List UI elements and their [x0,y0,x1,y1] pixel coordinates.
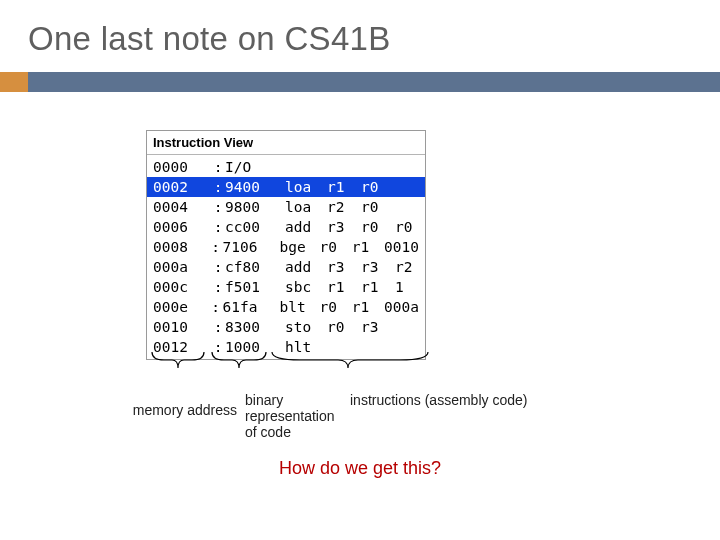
instruction-row: 000c : f501sbcr1r11 [147,277,425,297]
slide-title: One last note on CS41B [0,20,720,58]
arg1-cell: r0 [327,317,361,337]
arg2-cell: r1 [352,237,384,257]
separator-cell: : [205,177,225,197]
instruction-row: 0000 : I/O [147,157,425,177]
instruction-row: 0008 : 7106bger0r10010 [147,237,425,257]
arg2-cell: r3 [361,317,395,337]
instruction-row: 000a : cf80addr3r3r2 [147,257,425,277]
arg1-cell: r1 [327,177,361,197]
arg2-cell [361,157,395,177]
arg1-cell: r0 [319,237,351,257]
instruction-row: 000e : 61fabltr0r1000a [147,297,425,317]
label-memory-address: memory address [117,402,237,418]
mnemonic-cell: loa [285,177,327,197]
hex-cell: 9400 [225,177,285,197]
memory-address-cell: 0006 [153,217,205,237]
divider [0,72,720,92]
divider-accent [0,72,28,92]
arg2-cell: r0 [361,177,395,197]
slide: One last note on CS41B Instruction View … [0,0,720,540]
instruction-row: 0004 : 9800loar2r0 [147,197,425,217]
hex-cell: 7106 [222,237,279,257]
instruction-list: 0000 : I/O0002 : 9400loar1r00004 : 9800l… [147,155,425,359]
arg3-cell: 000a [384,297,419,317]
separator-cell: : [205,257,225,277]
separator-cell: : [205,217,225,237]
arg2-cell: r1 [352,297,384,317]
arg1-cell: r3 [327,257,361,277]
mnemonic-cell: sto [285,317,327,337]
memory-address-cell: 000e [153,297,202,317]
arg2-cell: r1 [361,277,395,297]
hex-cell: 8300 [225,317,285,337]
separator-cell: : [205,317,225,337]
arg3-cell: r0 [395,217,412,237]
arg1-cell: r1 [327,277,361,297]
memory-address-cell: 0008 [153,237,202,257]
arg1-cell: r2 [327,197,361,217]
divider-bar [28,72,720,92]
instruction-view-panel: Instruction View 0000 : I/O0002 : 9400lo… [146,130,426,360]
question-text: How do we get this? [0,458,720,479]
separator-cell: : [202,237,222,257]
separator-cell: : [205,277,225,297]
separator-cell: : [205,157,225,177]
mnemonic-cell [285,157,327,177]
column-braces [150,348,430,378]
memory-address-cell: 0002 [153,177,205,197]
label-instructions: instructions (assembly code) [350,392,550,408]
memory-address-cell: 000c [153,277,205,297]
arg1-cell: r0 [319,297,351,317]
mnemonic-cell: loa [285,197,327,217]
instruction-row: 0006 : cc00addr3r0r0 [147,217,425,237]
mnemonic-cell: add [285,217,327,237]
arg2-cell: r0 [361,217,395,237]
arg2-cell: r3 [361,257,395,277]
memory-address-cell: 0004 [153,197,205,217]
panel-header: Instruction View [147,131,425,155]
memory-address-cell: 0000 [153,157,205,177]
separator-cell: : [202,297,222,317]
mnemonic-cell: add [285,257,327,277]
mnemonic-cell: sbc [285,277,327,297]
label-binary-representation: binary representation of code [245,392,345,440]
hex-cell: 9800 [225,197,285,217]
instruction-row: 0002 : 9400loar1r0 [147,177,425,197]
arg3-cell: 0010 [384,237,419,257]
hex-cell: cc00 [225,217,285,237]
arg1-cell [327,157,361,177]
hex-cell: cf80 [225,257,285,277]
hex-cell: f501 [225,277,285,297]
arg1-cell: r3 [327,217,361,237]
instruction-row: 0010 : 8300stor0r3 [147,317,425,337]
arg3-cell: 1 [395,277,404,297]
memory-address-cell: 0010 [153,317,205,337]
mnemonic-cell: blt [279,297,319,317]
mnemonic-cell: bge [279,237,319,257]
hex-cell: 61fa [222,297,279,317]
separator-cell: : [205,197,225,217]
arg3-cell: r2 [395,257,412,277]
hex-cell: I/O [225,157,285,177]
arg2-cell: r0 [361,197,395,217]
memory-address-cell: 000a [153,257,205,277]
